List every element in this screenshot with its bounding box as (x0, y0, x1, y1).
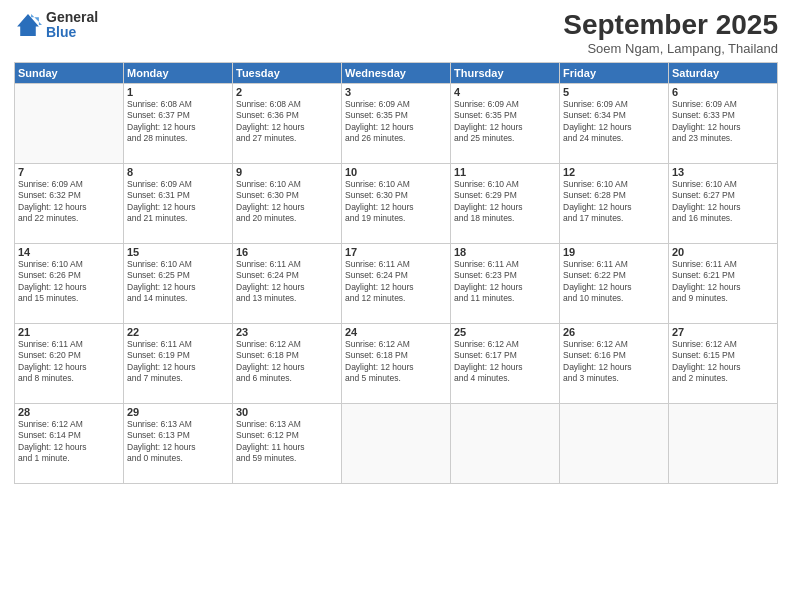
calendar-cell: 21Sunrise: 6:11 AM Sunset: 6:20 PM Dayli… (15, 323, 124, 403)
day-info: Sunrise: 6:11 AM Sunset: 6:22 PM Dayligh… (563, 259, 665, 305)
calendar-week-3: 14Sunrise: 6:10 AM Sunset: 6:26 PM Dayli… (15, 243, 778, 323)
calendar-cell: 4Sunrise: 6:09 AM Sunset: 6:35 PM Daylig… (451, 83, 560, 163)
day-info: Sunrise: 6:10 AM Sunset: 6:29 PM Dayligh… (454, 179, 556, 225)
title-block: September 2025 Soem Ngam, Lampang, Thail… (563, 10, 778, 56)
calendar-table: Sunday Monday Tuesday Wednesday Thursday… (14, 62, 778, 484)
day-info: Sunrise: 6:11 AM Sunset: 6:23 PM Dayligh… (454, 259, 556, 305)
day-info: Sunrise: 6:12 AM Sunset: 6:15 PM Dayligh… (672, 339, 774, 385)
day-info: Sunrise: 6:11 AM Sunset: 6:21 PM Dayligh… (672, 259, 774, 305)
calendar-cell (15, 83, 124, 163)
calendar-cell: 24Sunrise: 6:12 AM Sunset: 6:18 PM Dayli… (342, 323, 451, 403)
logo-general: General (46, 10, 98, 25)
calendar-cell: 12Sunrise: 6:10 AM Sunset: 6:28 PM Dayli… (560, 163, 669, 243)
calendar-body: 1Sunrise: 6:08 AM Sunset: 6:37 PM Daylig… (15, 83, 778, 483)
month-title: September 2025 (563, 10, 778, 41)
col-wednesday: Wednesday (342, 62, 451, 83)
day-number: 29 (127, 406, 229, 418)
day-info: Sunrise: 6:10 AM Sunset: 6:28 PM Dayligh… (563, 179, 665, 225)
calendar-cell: 2Sunrise: 6:08 AM Sunset: 6:36 PM Daylig… (233, 83, 342, 163)
day-number: 19 (563, 246, 665, 258)
day-number: 22 (127, 326, 229, 338)
calendar-cell: 23Sunrise: 6:12 AM Sunset: 6:18 PM Dayli… (233, 323, 342, 403)
calendar-cell: 25Sunrise: 6:12 AM Sunset: 6:17 PM Dayli… (451, 323, 560, 403)
calendar-cell: 11Sunrise: 6:10 AM Sunset: 6:29 PM Dayli… (451, 163, 560, 243)
day-info: Sunrise: 6:11 AM Sunset: 6:19 PM Dayligh… (127, 339, 229, 385)
day-info: Sunrise: 6:09 AM Sunset: 6:35 PM Dayligh… (345, 99, 447, 145)
day-info: Sunrise: 6:08 AM Sunset: 6:37 PM Dayligh… (127, 99, 229, 145)
day-number: 16 (236, 246, 338, 258)
calendar-cell: 10Sunrise: 6:10 AM Sunset: 6:30 PM Dayli… (342, 163, 451, 243)
calendar-week-1: 1Sunrise: 6:08 AM Sunset: 6:37 PM Daylig… (15, 83, 778, 163)
day-info: Sunrise: 6:09 AM Sunset: 6:35 PM Dayligh… (454, 99, 556, 145)
day-number: 8 (127, 166, 229, 178)
calendar-cell: 30Sunrise: 6:13 AM Sunset: 6:12 PM Dayli… (233, 403, 342, 483)
logo: General Blue (14, 10, 98, 41)
day-info: Sunrise: 6:10 AM Sunset: 6:27 PM Dayligh… (672, 179, 774, 225)
day-number: 1 (127, 86, 229, 98)
logo-blue: Blue (46, 25, 98, 40)
calendar-cell: 5Sunrise: 6:09 AM Sunset: 6:34 PM Daylig… (560, 83, 669, 163)
calendar-cell: 15Sunrise: 6:10 AM Sunset: 6:25 PM Dayli… (124, 243, 233, 323)
day-info: Sunrise: 6:10 AM Sunset: 6:26 PM Dayligh… (18, 259, 120, 305)
col-friday: Friday (560, 62, 669, 83)
day-number: 7 (18, 166, 120, 178)
header-row: Sunday Monday Tuesday Wednesday Thursday… (15, 62, 778, 83)
day-number: 13 (672, 166, 774, 178)
calendar-cell: 27Sunrise: 6:12 AM Sunset: 6:15 PM Dayli… (669, 323, 778, 403)
location-subtitle: Soem Ngam, Lampang, Thailand (563, 41, 778, 56)
calendar-cell: 19Sunrise: 6:11 AM Sunset: 6:22 PM Dayli… (560, 243, 669, 323)
day-number: 18 (454, 246, 556, 258)
day-number: 11 (454, 166, 556, 178)
day-info: Sunrise: 6:10 AM Sunset: 6:30 PM Dayligh… (345, 179, 447, 225)
calendar-cell: 26Sunrise: 6:12 AM Sunset: 6:16 PM Dayli… (560, 323, 669, 403)
day-info: Sunrise: 6:09 AM Sunset: 6:33 PM Dayligh… (672, 99, 774, 145)
day-info: Sunrise: 6:08 AM Sunset: 6:36 PM Dayligh… (236, 99, 338, 145)
col-thursday: Thursday (451, 62, 560, 83)
day-number: 30 (236, 406, 338, 418)
day-info: Sunrise: 6:12 AM Sunset: 6:14 PM Dayligh… (18, 419, 120, 465)
day-info: Sunrise: 6:10 AM Sunset: 6:25 PM Dayligh… (127, 259, 229, 305)
calendar-cell: 1Sunrise: 6:08 AM Sunset: 6:37 PM Daylig… (124, 83, 233, 163)
calendar-cell: 28Sunrise: 6:12 AM Sunset: 6:14 PM Dayli… (15, 403, 124, 483)
day-number: 5 (563, 86, 665, 98)
day-number: 15 (127, 246, 229, 258)
day-number: 6 (672, 86, 774, 98)
calendar-cell: 7Sunrise: 6:09 AM Sunset: 6:32 PM Daylig… (15, 163, 124, 243)
day-number: 17 (345, 246, 447, 258)
calendar-cell: 29Sunrise: 6:13 AM Sunset: 6:13 PM Dayli… (124, 403, 233, 483)
day-info: Sunrise: 6:13 AM Sunset: 6:12 PM Dayligh… (236, 419, 338, 465)
col-sunday: Sunday (15, 62, 124, 83)
day-info: Sunrise: 6:12 AM Sunset: 6:16 PM Dayligh… (563, 339, 665, 385)
day-info: Sunrise: 6:09 AM Sunset: 6:32 PM Dayligh… (18, 179, 120, 225)
col-saturday: Saturday (669, 62, 778, 83)
day-number: 24 (345, 326, 447, 338)
day-info: Sunrise: 6:11 AM Sunset: 6:24 PM Dayligh… (236, 259, 338, 305)
day-number: 4 (454, 86, 556, 98)
day-number: 21 (18, 326, 120, 338)
calendar-cell: 18Sunrise: 6:11 AM Sunset: 6:23 PM Dayli… (451, 243, 560, 323)
calendar-cell: 20Sunrise: 6:11 AM Sunset: 6:21 PM Dayli… (669, 243, 778, 323)
calendar-week-4: 21Sunrise: 6:11 AM Sunset: 6:20 PM Dayli… (15, 323, 778, 403)
calendar-week-5: 28Sunrise: 6:12 AM Sunset: 6:14 PM Dayli… (15, 403, 778, 483)
day-info: Sunrise: 6:09 AM Sunset: 6:34 PM Dayligh… (563, 99, 665, 145)
day-number: 3 (345, 86, 447, 98)
day-number: 23 (236, 326, 338, 338)
calendar-cell: 6Sunrise: 6:09 AM Sunset: 6:33 PM Daylig… (669, 83, 778, 163)
day-number: 2 (236, 86, 338, 98)
day-info: Sunrise: 6:11 AM Sunset: 6:20 PM Dayligh… (18, 339, 120, 385)
calendar-cell (669, 403, 778, 483)
calendar-cell: 8Sunrise: 6:09 AM Sunset: 6:31 PM Daylig… (124, 163, 233, 243)
calendar-week-2: 7Sunrise: 6:09 AM Sunset: 6:32 PM Daylig… (15, 163, 778, 243)
calendar-cell: 14Sunrise: 6:10 AM Sunset: 6:26 PM Dayli… (15, 243, 124, 323)
day-number: 27 (672, 326, 774, 338)
day-number: 10 (345, 166, 447, 178)
calendar-cell: 16Sunrise: 6:11 AM Sunset: 6:24 PM Dayli… (233, 243, 342, 323)
calendar-cell: 17Sunrise: 6:11 AM Sunset: 6:24 PM Dayli… (342, 243, 451, 323)
day-info: Sunrise: 6:13 AM Sunset: 6:13 PM Dayligh… (127, 419, 229, 465)
logo-text: General Blue (46, 10, 98, 41)
calendar-cell: 13Sunrise: 6:10 AM Sunset: 6:27 PM Dayli… (669, 163, 778, 243)
col-monday: Monday (124, 62, 233, 83)
day-number: 26 (563, 326, 665, 338)
day-info: Sunrise: 6:09 AM Sunset: 6:31 PM Dayligh… (127, 179, 229, 225)
calendar-cell: 3Sunrise: 6:09 AM Sunset: 6:35 PM Daylig… (342, 83, 451, 163)
